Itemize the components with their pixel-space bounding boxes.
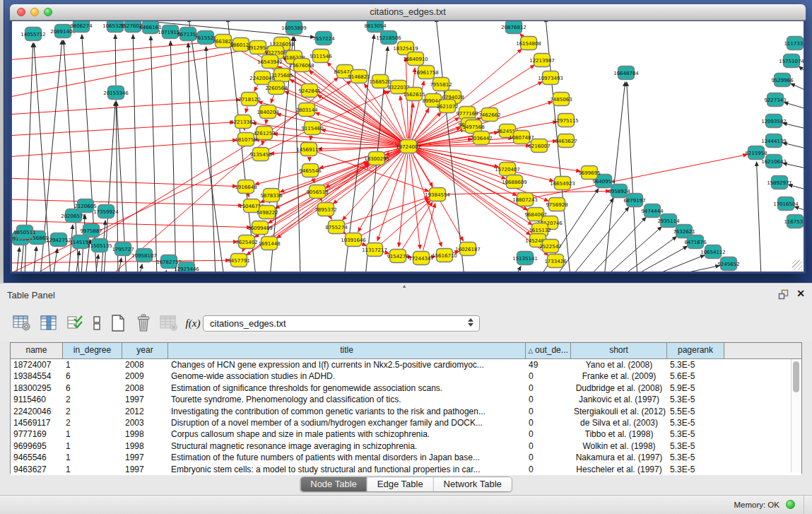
table-cell[interactable]: Genome-wide association studies in ADHD. [168, 370, 526, 382]
table-cell[interactable]: 5.3E-5 [667, 464, 724, 475]
table-cell[interactable]: 1997 [122, 452, 168, 463]
column-visibility-icon[interactable] [38, 313, 59, 334]
table-cell[interactable]: 1997 [122, 464, 168, 475]
table-cell[interactable]: Estimation of the future numbers of pati… [168, 452, 526, 463]
table-cell[interactable]: Changes of HCN gene expression and I(f) … [168, 359, 526, 370]
column-header-name[interactable]: name [11, 343, 63, 358]
minimize-window-button[interactable] [30, 8, 39, 16]
new-table-icon[interactable] [107, 313, 129, 334]
splitter-handle-icon[interactable]: ▴ [403, 284, 406, 289]
table-cell[interactable]: 9463627 [11, 464, 63, 475]
table-cell[interactable]: 2008 [122, 382, 168, 394]
table-cell[interactable]: 1 [63, 452, 122, 463]
table-cell[interactable]: Structural magnetic resonance image aver… [168, 440, 526, 452]
table-cell[interactable]: 1 [63, 464, 122, 475]
table-cell[interactable]: 5.5E-5 [667, 406, 724, 417]
close-window-button[interactable] [17, 8, 25, 16]
table-cell[interactable]: 1 [63, 359, 122, 370]
column-header-out-de-[interactable]: △out_de... [526, 343, 571, 358]
table-row[interactable]: 946362711997Embryonic stem cells: a mode… [11, 464, 801, 475]
table-cell[interactable]: 5.3E-5 [667, 428, 724, 440]
table-row[interactable]: 946554611997Estimation of the future num… [11, 452, 801, 463]
table-row[interactable]: 1872400712008Changes of HCN gene express… [11, 359, 801, 370]
table-cell[interactable]: 5.3E-5 [667, 394, 724, 405]
table-cell[interactable]: 0 [526, 382, 571, 394]
table-cell[interactable]: Dudbridge et al. (2008) [571, 382, 667, 394]
table-cell[interactable]: 18300295 [11, 382, 63, 394]
delete-rows-trash-icon[interactable] [133, 313, 154, 334]
table-cell[interactable]: Embryonic stem cells: a model to study s… [168, 464, 526, 475]
table-cell[interactable]: 1 [63, 428, 122, 440]
table-cell[interactable]: Corpus callosum shape and size in male p… [168, 428, 526, 440]
table-settings-icon[interactable] [11, 313, 33, 334]
table-row[interactable]: 1938455462009Genome-wide association stu… [11, 370, 801, 382]
table-cell[interactable]: 5.6E-5 [667, 370, 724, 382]
column-header-title[interactable]: title [168, 343, 526, 358]
table-cell[interactable]: 0 [526, 417, 571, 428]
table-cell[interactable]: 1997 [122, 394, 168, 405]
table-cell[interactable]: Stergiakouli et al. (2012) [571, 406, 667, 417]
table-cell[interactable]: 2 [63, 406, 122, 417]
table-cell[interactable]: Estimation of significance thresholds fo… [168, 382, 526, 394]
table-cell[interactable]: Franke et al. (2009) [571, 370, 667, 382]
table-cell[interactable]: 19384554 [11, 370, 63, 382]
table-cell[interactable]: 18724007 [11, 359, 63, 370]
table-cell[interactable]: 5.3E-5 [667, 440, 724, 452]
network-canvas[interactable]: 1405571220891406980627410653287152760218… [11, 21, 804, 272]
float-panel-icon[interactable] [778, 289, 789, 300]
table-cell[interactable]: 1998 [122, 428, 168, 440]
table-cell[interactable]: Hescheler et al. (1997) [571, 464, 667, 475]
table-row[interactable]: 977716911998Corpus callosum shape and si… [11, 428, 801, 440]
close-panel-icon[interactable]: ✕ [796, 288, 805, 299]
table-cell[interactable]: 0 [526, 452, 571, 463]
table-cell[interactable]: 22420046 [11, 406, 63, 417]
zoom-window-button[interactable] [44, 8, 52, 16]
table-cell[interactable]: 5.3E-5 [667, 417, 724, 428]
table-cell[interactable]: 0 [526, 464, 571, 475]
table-cell[interactable]: 9115460 [11, 394, 63, 405]
table-cell[interactable]: 6 [63, 370, 122, 382]
table-cell[interactable]: 0 [526, 428, 571, 440]
table-cell[interactable]: 2008 [122, 359, 168, 370]
table-cell[interactable]: 2 [63, 417, 122, 428]
table-cell[interactable]: 9699695 [11, 440, 63, 452]
table-cell[interactable]: 14569117 [11, 417, 63, 428]
table-cell[interactable]: Wolkin et al. (1998) [571, 440, 667, 452]
tab-node-table[interactable]: Node Table [300, 477, 367, 491]
column-header-pagerank[interactable]: pagerank [667, 343, 724, 358]
table-cell[interactable]: Tourette syndrome. Phenomenology and cla… [168, 394, 526, 405]
table-cell[interactable]: Yano et al. (2008) [571, 359, 667, 370]
scrollbar-thumb[interactable] [793, 361, 799, 392]
table-cell[interactable]: 2012 [122, 406, 168, 417]
table-cell[interactable]: Investigating the contribution of common… [168, 406, 526, 417]
table-cell[interactable]: Tibbo et al. (1998) [571, 428, 667, 440]
table-cell[interactable]: de Silva et al. (2003) [571, 417, 667, 428]
table-cell[interactable]: 6 [63, 382, 122, 394]
table-cell[interactable]: 0 [526, 370, 571, 382]
column-header-year[interactable]: year [122, 343, 168, 358]
table-cell[interactable]: 5.9E-5 [667, 382, 724, 394]
table-cell[interactable]: Nakamura et al. (1997) [571, 452, 667, 463]
tab-network-table[interactable]: Network Table [433, 477, 512, 491]
table-select-dropdown[interactable]: citations_edges.txt [203, 315, 480, 332]
window-resize-grip[interactable] [792, 260, 802, 270]
table-cell[interactable]: Disruption of a novel member of a sodium… [168, 417, 526, 428]
table-cell[interactable]: Jankovic et al. (1997) [571, 394, 667, 405]
table-cell[interactable]: 2003 [122, 417, 168, 428]
table-vertical-scrollbar[interactable] [791, 359, 801, 472]
table-cell[interactable]: 0 [526, 394, 571, 405]
table-cell[interactable]: 9777169 [11, 428, 63, 440]
select-rows-icon[interactable] [65, 313, 86, 334]
table-cell[interactable]: 2009 [122, 370, 168, 382]
function-builder-icon[interactable]: f(x) [182, 313, 204, 334]
table-row[interactable]: 1456911722003Disruption of a novel membe… [11, 417, 801, 428]
column-header-short[interactable]: short [571, 343, 667, 358]
column-header-in-degree[interactable]: in_degree [63, 343, 122, 358]
tab-edge-table[interactable]: Edge Table [367, 477, 433, 491]
table-row[interactable]: 911546021997Tourette syndrome. Phenomeno… [11, 394, 801, 405]
table-cell[interactable]: 49 [526, 359, 571, 370]
network-window-titlebar[interactable]: citations_edges.txt [10, 4, 806, 21]
table-cell[interactable]: 1998 [122, 440, 168, 452]
table-row[interactable]: 969969511998Structural magnetic resonanc… [11, 440, 801, 452]
table-row[interactable]: 1830029562008Estimation of significance … [11, 382, 801, 394]
